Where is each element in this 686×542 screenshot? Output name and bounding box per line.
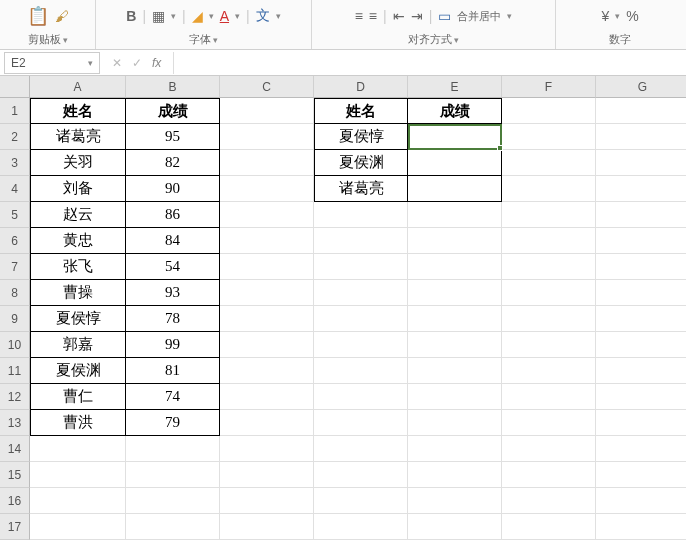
cell-F10[interactable] <box>502 332 596 358</box>
cell-E14[interactable] <box>408 436 502 462</box>
col-header[interactable]: C <box>220 76 314 98</box>
cell-A10[interactable]: 郭嘉 <box>30 332 126 358</box>
cell-E10[interactable] <box>408 332 502 358</box>
col-header[interactable]: E <box>408 76 502 98</box>
cell-E16[interactable] <box>408 488 502 514</box>
border-icon[interactable]: ▦ <box>152 8 165 24</box>
cell-C8[interactable] <box>220 280 314 306</box>
align-center-icon[interactable]: ≡ <box>369 8 377 24</box>
cell-G4[interactable] <box>596 176 686 202</box>
cell-B13[interactable]: 79 <box>126 410 220 436</box>
cell-D12[interactable] <box>314 384 408 410</box>
cell-F5[interactable] <box>502 202 596 228</box>
row-header[interactable]: 3 <box>0 150 30 176</box>
cell-B4[interactable]: 90 <box>126 176 220 202</box>
cell-A17[interactable] <box>30 514 126 540</box>
cell-D14[interactable] <box>314 436 408 462</box>
cell-G9[interactable] <box>596 306 686 332</box>
cell-F14[interactable] <box>502 436 596 462</box>
cell-A9[interactable]: 夏侯惇 <box>30 306 126 332</box>
col-header[interactable]: F <box>502 76 596 98</box>
row-header[interactable]: 5 <box>0 202 30 228</box>
select-all-corner[interactable] <box>0 76 30 98</box>
cell-B14[interactable] <box>126 436 220 462</box>
cell-E1[interactable]: 成绩 <box>408 98 502 124</box>
cell-C1[interactable] <box>220 98 314 124</box>
cell-B16[interactable] <box>126 488 220 514</box>
cell-F1[interactable] <box>502 98 596 124</box>
cell-A1[interactable]: 姓名 <box>30 98 126 124</box>
row-header[interactable]: 7 <box>0 254 30 280</box>
cell-C2[interactable] <box>220 124 314 150</box>
cell-E17[interactable] <box>408 514 502 540</box>
cell-E7[interactable] <box>408 254 502 280</box>
row-header[interactable]: 12 <box>0 384 30 410</box>
row-header[interactable]: 8 <box>0 280 30 306</box>
row-header[interactable]: 6 <box>0 228 30 254</box>
cell-D1[interactable]: 姓名 <box>314 98 408 124</box>
chevron-down-icon[interactable]: ▾ <box>63 35 68 45</box>
cell-G12[interactable] <box>596 384 686 410</box>
cell-A4[interactable]: 刘备 <box>30 176 126 202</box>
cell-C9[interactable] <box>220 306 314 332</box>
cell-C10[interactable] <box>220 332 314 358</box>
font-color-icon[interactable]: A <box>220 8 229 24</box>
cell-E4[interactable] <box>408 176 502 202</box>
cell-G7[interactable] <box>596 254 686 280</box>
cell-C4[interactable] <box>220 176 314 202</box>
cell-D5[interactable] <box>314 202 408 228</box>
cell-E12[interactable] <box>408 384 502 410</box>
cell-A15[interactable] <box>30 462 126 488</box>
row-header[interactable]: 16 <box>0 488 30 514</box>
cell-D13[interactable] <box>314 410 408 436</box>
col-header[interactable]: A <box>30 76 126 98</box>
cell-A8[interactable]: 曹操 <box>30 280 126 306</box>
cell-B10[interactable]: 99 <box>126 332 220 358</box>
cell-F4[interactable] <box>502 176 596 202</box>
col-header[interactable]: D <box>314 76 408 98</box>
cell-D3[interactable]: 夏侯渊 <box>314 150 408 176</box>
cell-A16[interactable] <box>30 488 126 514</box>
cell-E11[interactable] <box>408 358 502 384</box>
cell-B2[interactable]: 95 <box>126 124 220 150</box>
cell-G5[interactable] <box>596 202 686 228</box>
cell-F6[interactable] <box>502 228 596 254</box>
chevron-down-icon[interactable]: ▾ <box>454 35 459 45</box>
cell-B17[interactable] <box>126 514 220 540</box>
cell-G2[interactable] <box>596 124 686 150</box>
cell-A14[interactable] <box>30 436 126 462</box>
row-header[interactable]: 11 <box>0 358 30 384</box>
cell-G15[interactable] <box>596 462 686 488</box>
percent-icon[interactable]: % <box>626 8 638 24</box>
cell-A7[interactable]: 张飞 <box>30 254 126 280</box>
cell-C6[interactable] <box>220 228 314 254</box>
cell-C7[interactable] <box>220 254 314 280</box>
cell-C3[interactable] <box>220 150 314 176</box>
cell-C13[interactable] <box>220 410 314 436</box>
cancel-icon[interactable]: ✕ <box>112 56 122 70</box>
align-left-icon[interactable]: ≡ <box>355 8 363 24</box>
cell-C12[interactable] <box>220 384 314 410</box>
cell-G10[interactable] <box>596 332 686 358</box>
cell-C14[interactable] <box>220 436 314 462</box>
cell-G11[interactable] <box>596 358 686 384</box>
cell-A2[interactable]: 诸葛亮 <box>30 124 126 150</box>
formula-input[interactable] <box>173 52 686 74</box>
cell-D16[interactable] <box>314 488 408 514</box>
cell-A5[interactable]: 赵云 <box>30 202 126 228</box>
row-header[interactable]: 10 <box>0 332 30 358</box>
merge-cells-label[interactable]: 合并居中 <box>457 9 501 24</box>
cell-C5[interactable] <box>220 202 314 228</box>
cell-D7[interactable] <box>314 254 408 280</box>
cell-B15[interactable] <box>126 462 220 488</box>
cell-F7[interactable] <box>502 254 596 280</box>
fill-color-icon[interactable]: ◢ <box>192 8 203 24</box>
cell-A11[interactable]: 夏侯渊 <box>30 358 126 384</box>
cell-F8[interactable] <box>502 280 596 306</box>
row-header[interactable]: 9 <box>0 306 30 332</box>
cell-F12[interactable] <box>502 384 596 410</box>
cell-G3[interactable] <box>596 150 686 176</box>
cell-B3[interactable]: 82 <box>126 150 220 176</box>
cell-B11[interactable]: 81 <box>126 358 220 384</box>
cell-D6[interactable] <box>314 228 408 254</box>
